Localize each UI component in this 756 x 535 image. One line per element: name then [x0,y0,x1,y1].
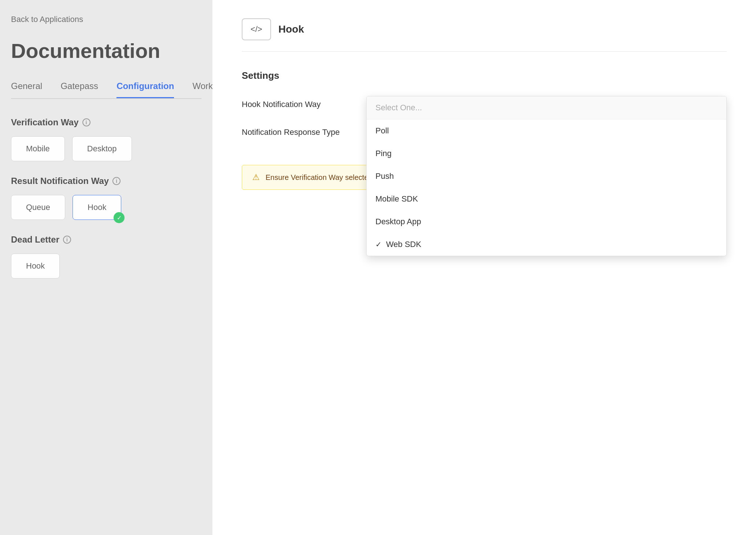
hook-header: </> Hook [242,18,727,52]
verification-way-cards: Mobile Desktop [11,136,201,161]
right-panel: </> Hook Settings Hook Notification Way … [212,0,756,535]
hook-notification-way-label: Hook Notification Way [242,96,366,109]
left-panel: Back to Applications Documentation Gener… [0,0,212,535]
settings-title: Settings [242,70,727,81]
dead-letter-hook[interactable]: Hook [11,254,60,278]
hook-notification-way-row: Hook Notification Way Select One... Poll… [242,96,727,109]
hook-notification-dropdown-menu[interactable]: Select One... Poll Ping Push Mobile SDK … [366,96,727,256]
dropdown-placeholder[interactable]: Select One... [367,96,726,119]
warning-icon: ⚠ [252,173,260,182]
dead-letter-info-icon[interactable]: i [63,236,71,244]
hook-icon: </> [242,18,271,40]
notification-response-type-label: Notification Response Type [242,124,366,137]
dropdown-option-desktop-app[interactable]: Desktop App [367,210,726,233]
hook-selected-badge: ✓ [114,212,125,223]
result-notification-info-icon[interactable]: i [112,177,121,185]
dropdown-option-web-sdk[interactable]: ✓ Web SDK [367,233,726,256]
verification-way-info-icon[interactable]: i [82,118,90,126]
hook-notification-way-field: Select One... Poll Ping Push Mobile SDK … [366,96,727,107]
result-notification-cards: Queue Hook ✓ [11,195,201,220]
tab-gatepass[interactable]: Gatepass [60,81,98,98]
dropdown-option-mobile-sdk[interactable]: Mobile SDK [367,188,726,210]
result-notification-queue[interactable]: Queue [11,195,65,220]
dead-letter-title: Dead Letter i [11,235,201,245]
back-link[interactable]: Back to Applications [11,15,201,24]
dropdown-option-push[interactable]: Push [367,165,726,188]
dead-letter-cards: Hook [11,254,201,278]
verification-way-mobile[interactable]: Mobile [11,136,65,161]
hook-title: Hook [278,23,304,35]
tabs-row: General Gatepass Configuration Workflows [11,81,201,99]
tab-configuration[interactable]: Configuration [116,81,174,98]
web-sdk-check-icon: ✓ [375,240,382,249]
result-notification-title: Result Notification Way i [11,176,201,186]
tab-general[interactable]: General [11,81,42,98]
page-title: Documentation [11,39,201,63]
verification-way-desktop[interactable]: Desktop [72,136,132,161]
dropdown-option-ping[interactable]: Ping [367,142,726,165]
dropdown-option-poll[interactable]: Poll [367,119,726,142]
verification-way-title: Verification Way i [11,117,201,128]
result-notification-hook[interactable]: Hook ✓ [73,195,121,220]
